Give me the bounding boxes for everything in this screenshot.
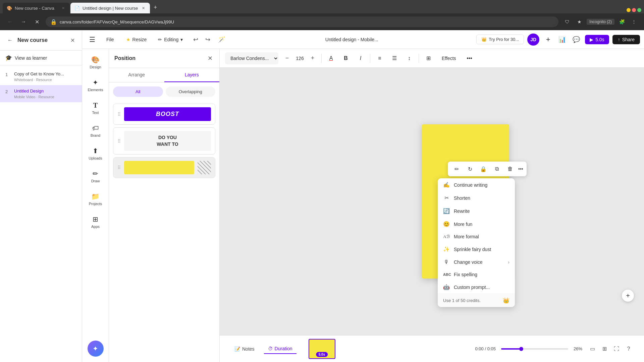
comments-button[interactable]: 💬 <box>571 34 582 45</box>
text-tool[interactable]: T Text <box>84 97 108 119</box>
menu-item-rewrite[interactable]: 🔄 Rewrite <box>438 204 515 218</box>
help-button[interactable]: ? <box>624 344 633 354</box>
bold-button[interactable]: B <box>340 53 351 64</box>
menu-item-shorten[interactable]: ✂ Shorten <box>438 191 515 204</box>
filter-overlapping-button[interactable]: Overlapping <box>166 86 216 97</box>
tab-arrange[interactable]: Arrange <box>109 68 164 82</box>
menu-label-change-voice: Change voice <box>454 259 483 265</box>
shield-icon[interactable]: 🛡 <box>562 17 572 26</box>
duration-button[interactable]: ⏱ Duration <box>264 344 297 354</box>
layer-drag-handle-2[interactable]: ⠿ <box>117 138 121 144</box>
font-family-selector[interactable]: Barlow Condens... <box>225 52 278 64</box>
ai-context-menu: ✍ Continue writing ✂ Shorten 🔄 Rewrite <box>438 178 515 307</box>
course-item-1[interactable]: 1 Copy of Get to Know Yo... Whiteboard ·… <box>0 68 82 85</box>
fullscreen-button[interactable]: ⛶ <box>612 344 621 354</box>
layer-item-text[interactable]: ⠿ DO YOUWANT TO <box>113 127 215 155</box>
rotate-floating-button[interactable]: ↻ <box>465 164 475 174</box>
effects-button[interactable]: Effects <box>438 54 460 63</box>
italic-button[interactable]: I <box>355 53 366 64</box>
scrubber-thumb[interactable] <box>519 347 523 351</box>
present-button[interactable]: ▶ 5.0s <box>585 35 609 44</box>
lock-floating-button[interactable]: 🔒 <box>478 164 489 174</box>
try-pro-button[interactable]: 👑 Try Pro for 30... <box>476 35 524 44</box>
layer-drag-handle[interactable]: ⠿ <box>117 112 121 117</box>
brand-tool[interactable]: 🏷 Brand <box>84 120 108 141</box>
new-tab-button[interactable]: + <box>151 3 160 12</box>
slide-thumbnail[interactable]: 5.0s <box>309 339 335 359</box>
menu-item-fix-spelling[interactable]: ABC Fix spelling <box>438 268 515 281</box>
menu-item-sprinkle[interactable]: ✨ Sprinkle fairy dust <box>438 243 515 256</box>
file-menu-button[interactable]: File <box>102 35 119 44</box>
floating-more-button[interactable]: ••• <box>518 166 523 172</box>
increase-font-size-button[interactable]: + <box>308 54 317 63</box>
crown-icon: 👑 <box>481 37 487 42</box>
apps-tool[interactable]: ⊞ Apps <box>84 211 108 233</box>
menu-item-more-fun[interactable]: 😊 More fun <box>438 218 515 231</box>
layer-drag-handle-3[interactable]: ⠿ <box>117 165 121 170</box>
draw-floating-button[interactable]: ✏ <box>451 164 462 174</box>
layer-item-boost[interactable]: ⠿ BOOST <box>113 104 215 125</box>
forward-button[interactable]: → <box>19 17 28 26</box>
menu-item-custom-prompt[interactable]: 🤖 Custom prompt... <box>438 281 515 294</box>
filter-all-button[interactable]: All <box>113 86 163 97</box>
back-to-courses-button[interactable]: ← <box>5 36 15 45</box>
spacing-button[interactable]: ↕ <box>404 53 415 64</box>
timeline-scrubber[interactable] <box>501 348 568 350</box>
close-button[interactable] <box>637 8 641 12</box>
share-button[interactable]: ↑ Share <box>612 35 640 44</box>
minimize-button[interactable] <box>627 8 631 12</box>
font-size-input[interactable] <box>293 56 307 61</box>
more-options-button[interactable]: ••• <box>464 53 475 64</box>
grid-view-button[interactable]: ⊞ <box>600 344 609 354</box>
slide-duration-badge[interactable]: 5.0s <box>316 352 328 357</box>
magic-studio-button[interactable]: ✦ <box>88 341 104 357</box>
position-panel-close-button[interactable]: ✕ <box>206 54 214 62</box>
hamburger-menu-button[interactable]: ☰ <box>86 34 98 46</box>
redo-button[interactable]: ↪ <box>202 34 213 45</box>
resize-button[interactable]: ★ Resize <box>122 35 151 44</box>
add-slide-button[interactable]: + <box>622 290 634 302</box>
copy-floating-button[interactable]: ⧉ <box>491 164 502 174</box>
analytics-button[interactable]: 📊 <box>557 34 568 45</box>
uploads-tool[interactable]: ⬆ Uploads <box>84 143 108 164</box>
course-item-2[interactable]: 2 Untitled Design Mobile Video · Resourc… <box>0 85 82 102</box>
layer-item-yellow[interactable]: ⠿ <box>113 157 215 178</box>
view-as-learner-button[interactable]: 🎓 View as learner <box>0 51 82 65</box>
draw-tool[interactable]: ✏ Draw <box>84 166 108 187</box>
menu-item-continue-writing[interactable]: ✍ Continue writing <box>438 178 515 191</box>
back-button[interactable]: ← <box>5 17 15 26</box>
single-view-button[interactable]: ▭ <box>588 344 597 354</box>
item-1-subtitle: Whiteboard · Resource <box>14 78 76 82</box>
refresh-button[interactable]: ✕ <box>32 17 42 26</box>
close-sidebar-button[interactable]: ✕ <box>68 36 76 44</box>
undo-button[interactable]: ↩ <box>190 34 201 45</box>
align-button[interactable]: ≡ <box>374 53 385 64</box>
magic-button[interactable]: 🪄 <box>216 34 227 45</box>
text-color-button[interactable]: A <box>326 53 336 64</box>
design-tool[interactable]: 🎨 Design <box>84 52 108 73</box>
notes-button[interactable]: 📝 Notes <box>230 344 259 354</box>
editing-button[interactable]: ✏ Editing ▾ <box>154 35 187 44</box>
delete-floating-button[interactable]: 🗑 <box>505 164 516 174</box>
user-avatar[interactable]: JD <box>527 34 539 46</box>
menu-item-change-voice[interactable]: 🎙 Change voice › <box>438 256 515 268</box>
elements-tool[interactable]: ✦ Elements <box>84 74 108 96</box>
menu-item-more-formal[interactable]: Aℬ More formal <box>438 231 515 243</box>
list-button[interactable]: ☰ <box>389 53 400 64</box>
browser-menu-icon[interactable]: ⋮ <box>629 17 639 26</box>
url-bar[interactable]: 🔒 canva.com/folder/FAFVwcrQe_M/sequence/… <box>46 16 558 27</box>
tab-layers[interactable]: Layers <box>164 68 220 82</box>
style-button[interactable]: ⊞ <box>423 53 434 64</box>
scrubber-track[interactable] <box>501 348 568 350</box>
tab-2-close[interactable]: ✕ <box>141 5 146 11</box>
maximize-button[interactable] <box>632 8 636 12</box>
add-collaborator-button[interactable]: + <box>543 34 553 45</box>
bookmark-icon[interactable]: ★ <box>575 17 584 26</box>
decrease-font-size-button[interactable]: − <box>282 54 292 63</box>
tab-1-close[interactable]: ✕ <box>60 5 66 11</box>
tab-2[interactable]: 📄 Untitled design | New course ✕ <box>70 3 150 13</box>
play-duration: 5.0s <box>595 37 604 42</box>
tab-1[interactable]: 🎨 New course - Canva ✕ <box>3 3 70 13</box>
extensions-icon[interactable]: 🧩 <box>617 17 627 26</box>
projects-tool[interactable]: 📁 Projects <box>84 188 108 210</box>
